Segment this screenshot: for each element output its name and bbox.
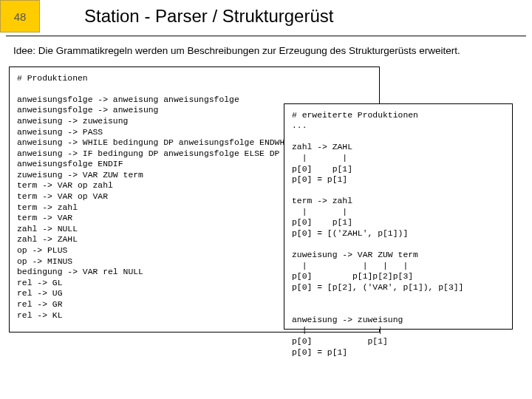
title-wrap: Station - Parser / Strukturgerüst <box>40 0 532 33</box>
idea-text: Idee: Die Grammatikregeln werden um Besc… <box>0 37 532 62</box>
slide-title: Station - Parser / Strukturgerüst <box>84 6 333 27</box>
slide-header: 48 Station - Parser / Strukturgerüst <box>0 0 532 33</box>
slide: 48 Station - Parser / Strukturgerüst Ide… <box>0 0 532 399</box>
slide-number: 48 <box>14 10 27 23</box>
extended-productions-code-box: # erweiterte Produktionen ... zahl -> ZA… <box>284 103 513 330</box>
slide-number-badge: 48 <box>0 0 40 33</box>
